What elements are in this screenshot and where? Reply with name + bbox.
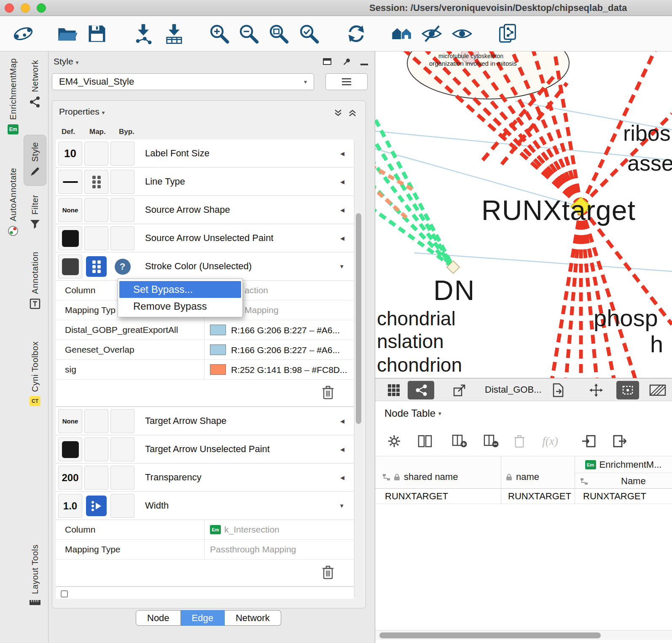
bypass-cell[interactable] [110, 409, 134, 433]
import-table-icon[interactable] [162, 21, 186, 46]
default-value-cell[interactable]: None [58, 198, 82, 222]
default-value-cell[interactable]: 1.0 [58, 494, 82, 518]
bypass-cell[interactable] [110, 466, 134, 490]
tab-edge[interactable]: Edge [181, 610, 225, 626]
zoom-in-icon[interactable] [207, 21, 231, 46]
mapping-cell[interactable] [84, 409, 108, 433]
collapse-all-icon[interactable] [348, 109, 357, 118]
default-value-cell[interactable] [58, 437, 82, 461]
export-table-data-icon[interactable] [610, 431, 629, 451]
bypass-cell[interactable] [110, 142, 134, 166]
default-value-cell[interactable] [58, 170, 82, 194]
collapse-arrow-icon[interactable]: ◀ [340, 235, 344, 241]
open-file-icon[interactable] [55, 21, 80, 46]
import-network-icon[interactable] [131, 21, 156, 46]
zoom-window-button[interactable] [37, 3, 46, 13]
bypass-cell[interactable] [110, 198, 134, 222]
entry-value[interactable]: R:166 G:206 B:227 – #A6... [210, 345, 340, 355]
scrollbar-thumb[interactable] [356, 213, 361, 424]
session-icon[interactable] [11, 21, 35, 46]
remove-mapping-trash-icon[interactable] [322, 565, 334, 581]
show-eye-icon[interactable] [450, 21, 474, 46]
network-canvas[interactable]: microtubule cytoskeleton organization in… [375, 51, 672, 378]
default-value-cell[interactable] [58, 255, 82, 279]
column-header-shared-name[interactable]: shared name [375, 465, 501, 489]
remove-bypass-menu-item[interactable]: Remove Bypass [118, 298, 242, 315]
visual-style-select[interactable]: EM4_Visual_Style ▾ [52, 73, 314, 90]
mapping-column-value[interactable]: action [245, 285, 268, 295]
cell-em-name[interactable]: RUNXTARGET [583, 491, 646, 502]
sidebar-tab-filter[interactable]: Filter [24, 195, 46, 231]
mapping-cell[interactable] [84, 170, 108, 194]
sidebar-tab-enrichmentmap[interactable]: EnrichmentMap Em [3, 58, 23, 134]
mapping-cell[interactable] [84, 142, 108, 166]
entry-value[interactable]: R:166 G:206 B:227 – #A6... [210, 325, 340, 335]
mapping-cell[interactable] [84, 437, 108, 461]
bypass-cell[interactable]: ? [110, 255, 134, 279]
default-value-cell[interactable]: 200 [58, 466, 82, 490]
minimize-window-button[interactable] [21, 3, 30, 13]
tab-node[interactable]: Node [136, 610, 181, 626]
table-grid-icon[interactable] [382, 381, 406, 399]
hide-eye-icon[interactable] [419, 21, 444, 46]
function-builder-button[interactable]: f(x) [540, 431, 560, 451]
mapping-type-value[interactable]: Mapping [245, 305, 279, 315]
sidebar-tab-annotation[interactable]: Annotation [24, 252, 46, 311]
collapse-arrow-icon[interactable]: ◀ [340, 179, 344, 185]
sidebar-tab-network[interactable]: Network [24, 60, 46, 109]
expand-all-icon[interactable] [334, 109, 342, 118]
collapse-arrow-icon[interactable]: ◀ [340, 446, 344, 453]
sidebar-tab-layout-tools[interactable]: Layout Tools [24, 544, 46, 608]
properties-header[interactable]: Properties ▾ [59, 107, 105, 117]
hatch-mode-icon[interactable] [641, 381, 672, 399]
collapse-arrow-icon[interactable]: ◀ [340, 150, 344, 157]
table-horizontal-scrollbar[interactable] [375, 630, 672, 640]
node-table-dropdown[interactable]: Node Table ▾ [375, 401, 672, 426]
cell-shared-name[interactable]: RUNXTARGET [385, 491, 448, 502]
import-table-data-icon[interactable] [579, 431, 599, 451]
bypass-cell[interactable] [110, 437, 134, 461]
checkbox[interactable] [61, 590, 68, 597]
cell-name[interactable]: RUNXTARGET [508, 491, 571, 502]
export-table-icon[interactable] [545, 381, 572, 399]
mapping-column-value[interactable]: Emk_Intersection [210, 525, 280, 535]
save-session-icon[interactable] [85, 21, 109, 46]
network-table-icon[interactable] [408, 381, 434, 399]
discrete-mapping-button[interactable] [86, 256, 107, 277]
add-column-icon[interactable] [450, 431, 469, 451]
remove-mapping-trash-icon[interactable] [322, 385, 334, 401]
tab-network[interactable]: Network [225, 610, 281, 626]
set-bypass-menu-item[interactable]: Set Bypass... [119, 281, 241, 298]
fit-selected-icon[interactable] [585, 381, 607, 399]
scrollbar-thumb[interactable] [379, 632, 601, 638]
mapping-cell[interactable] [84, 466, 108, 490]
clone-network-icon[interactable] [496, 21, 520, 46]
column-header-em-name[interactable]: Name [575, 473, 672, 489]
collapse-arrow-icon[interactable]: ◀ [340, 474, 344, 481]
mapping-cell[interactable] [84, 226, 108, 250]
pin-panel-icon[interactable] [342, 57, 351, 68]
sidebar-tab-style[interactable]: Style [24, 135, 46, 186]
style-panel-title-dropdown[interactable]: Style ▾ [54, 56, 79, 67]
network-view[interactable]: microtubule cytoskeleton organization in… [375, 51, 672, 378]
table-settings-gear-icon[interactable] [384, 431, 404, 451]
expand-arrow-icon[interactable]: ▼ [339, 503, 344, 509]
bypass-cell[interactable] [110, 170, 134, 194]
bypass-cell[interactable] [110, 494, 134, 518]
sidebar-tab-autoannotate[interactable]: AutoAnnotate [3, 168, 23, 238]
sidebar-tab-cyni-toolbox[interactable]: Cyni Toolbox CT [24, 341, 46, 406]
mapping-cell[interactable] [84, 198, 108, 222]
default-value-cell[interactable] [58, 226, 82, 250]
zoom-fit-icon[interactable] [266, 21, 291, 46]
refresh-icon[interactable] [344, 21, 368, 46]
entry-value[interactable]: R:252 G:141 B:98 – #FC8D... [210, 364, 347, 375]
float-panel-icon[interactable] [323, 57, 332, 67]
selection-mode-icon[interactable] [616, 381, 639, 399]
bypass-question-icon[interactable]: ? [115, 259, 131, 275]
mapping-cell[interactable] [84, 255, 108, 279]
delete-rows-trash-icon[interactable] [510, 431, 529, 451]
style-options-menu-button[interactable] [325, 73, 368, 90]
first-neighbors-icon[interactable] [390, 21, 414, 46]
enrichmentmap-group-header[interactable]: Em EnrichmentM... [575, 456, 672, 473]
minimize-panel-icon[interactable] [360, 60, 368, 67]
